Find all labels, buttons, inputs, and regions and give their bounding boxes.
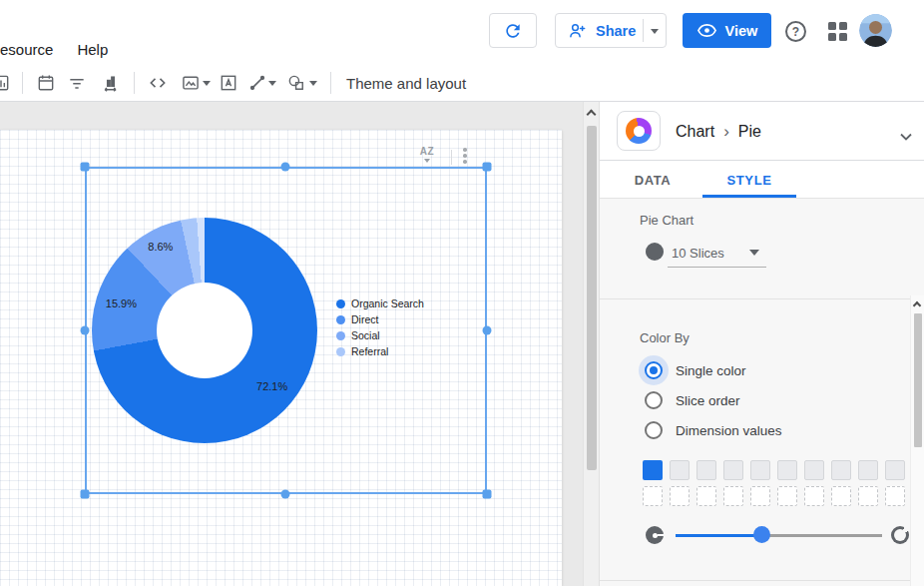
radio-icon[interactable] [645,391,663,409]
color-swatch-empty[interactable] [670,486,690,506]
filter-icon[interactable] [67,73,87,93]
scroll-up-arrow-icon[interactable] [913,301,921,309]
slider-fill [676,534,762,537]
radio-selected-icon[interactable] [645,361,663,379]
ring-icon [891,526,909,544]
refresh-button[interactable] [489,13,537,48]
slices-dropdown-caret[interactable] [749,250,759,256]
slices-dropdown-value[interactable]: 10 Slices [672,246,724,261]
date-range-icon[interactable] [36,73,56,93]
breadcrumb-type: Chart [676,123,714,141]
color-swatch[interactable] [804,460,824,480]
color-swatch[interactable] [858,460,878,480]
swatch-row-solid [643,460,905,480]
shape-tool-icon[interactable] [286,73,306,93]
color-swatch-empty[interactable] [643,486,663,506]
breadcrumb[interactable]: Chart › Pie [676,102,761,161]
avatar[interactable] [859,14,892,47]
sort-icon[interactable]: AZ [416,147,438,163]
tab-style[interactable]: STYLE [702,161,796,199]
color-by-section-title: Color By [640,330,690,345]
line-tool-icon[interactable] [247,73,267,93]
report-page[interactable]: Organic SearchDirectSocialReferral AZ 72… [0,130,562,586]
slices-icon [646,243,664,261]
apps-grid-icon[interactable] [828,22,847,41]
data-control-icon[interactable] [101,73,121,93]
canvas-scrollbar[interactable] [583,102,599,586]
color-swatch[interactable] [670,460,690,480]
color-swatch[interactable] [777,460,797,480]
menu-bar: esource Help [0,41,108,58]
color-swatch[interactable] [831,460,851,480]
radio-option[interactable]: Single color [640,358,782,382]
selection-handle-w[interactable] [81,326,90,335]
properties-panel: Chart › Pie DATA STYLE Pie Chart 10 Slic… [599,102,924,586]
menu-resource[interactable]: esource [0,41,53,58]
color-swatch-empty[interactable] [723,486,743,506]
color-swatch-empty[interactable] [750,486,770,506]
color-swatch-empty[interactable] [777,486,797,506]
refresh-icon [503,21,523,41]
view-button-label: View [725,23,758,39]
canvas-scrollbar-thumb[interactable] [587,126,597,470]
donut-hole-slider[interactable] [676,534,882,537]
radio-option[interactable]: Dimension values [640,418,782,442]
chart-type-button[interactable] [617,111,661,151]
shape-dropdown-caret[interactable] [309,81,317,86]
color-swatch[interactable] [885,460,905,480]
text-box-icon[interactable] [219,73,238,93]
embed-code-icon[interactable] [148,73,168,93]
toolbar-divider [330,72,331,94]
color-swatch-empty[interactable] [696,486,716,506]
panel-tabs: DATA STYLE [600,161,924,199]
slices-dropdown-underline [668,267,766,268]
selected-color-swatch[interactable] [643,460,663,480]
radio-icon[interactable] [645,421,663,439]
section-divider [600,580,924,581]
help-icon[interactable]: ? [785,21,806,42]
color-swatch[interactable] [696,460,716,480]
swatch-row-dashed [643,486,905,506]
view-button[interactable]: View [683,13,771,48]
slice-percent-label: 8.6% [148,241,173,253]
color-swatch-empty[interactable] [858,486,878,506]
scroll-up-arrow-icon[interactable] [587,110,597,120]
selection-handle-n[interactable] [281,163,290,172]
line-dropdown-caret[interactable] [268,81,276,86]
selection-box[interactable] [85,167,487,494]
top-bar: esource Help [0,0,924,102]
avatar-photo [859,14,892,47]
breadcrumb-subtype: Pie [738,123,761,141]
person-add-icon [568,21,588,41]
color-swatch[interactable] [750,460,770,480]
selection-handle-nw[interactable] [81,163,90,172]
color-swatch[interactable] [723,460,743,480]
panel-scrollbar[interactable] [910,295,924,586]
report-canvas[interactable]: Organic SearchDirectSocialReferral AZ 72… [0,102,583,586]
toolbar: Theme and layout [0,64,924,102]
toolbar-divider [134,72,135,94]
share-button[interactable]: Share [555,13,667,48]
more-options-icon[interactable] [463,148,467,166]
selection-handle-s[interactable] [281,490,290,499]
image-icon[interactable] [181,73,201,93]
color-swatch-empty[interactable] [885,486,905,506]
menu-help[interactable]: Help [77,41,108,58]
selection-handle-ne[interactable] [483,163,492,172]
radio-option-label: Slice order [676,393,740,408]
image-dropdown-caret[interactable] [203,81,211,86]
add-chart-icon[interactable] [0,73,11,93]
tab-data[interactable]: DATA [606,161,699,199]
selection-handle-e[interactable] [483,326,492,335]
color-swatch-empty[interactable] [804,486,824,506]
radio-option[interactable]: Slice order [640,388,782,412]
selection-handle-sw[interactable] [81,490,90,499]
slider-thumb[interactable] [753,526,770,543]
radio-option-label: Single color [676,363,746,378]
share-dropdown-caret[interactable] [651,29,659,34]
color-swatch-empty[interactable] [831,486,851,506]
selection-handle-se[interactable] [483,490,492,499]
panel-scrollbar-thumb[interactable] [914,313,922,447]
theme-and-layout-button[interactable]: Theme and layout [346,75,466,92]
chevron-down-icon[interactable] [900,127,912,135]
